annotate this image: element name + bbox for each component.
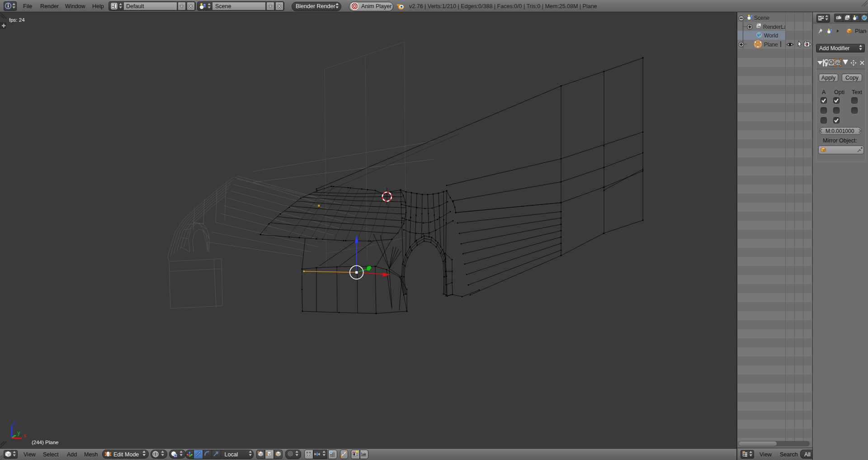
svg-text:fps: 24: fps: 24 bbox=[9, 17, 25, 23]
svg-text:y: y bbox=[18, 430, 20, 436]
svg-text:z: z bbox=[13, 420, 16, 426]
svg-text:(244) Plane: (244) Plane bbox=[32, 440, 58, 445]
svg-text:x: x bbox=[24, 432, 26, 439]
